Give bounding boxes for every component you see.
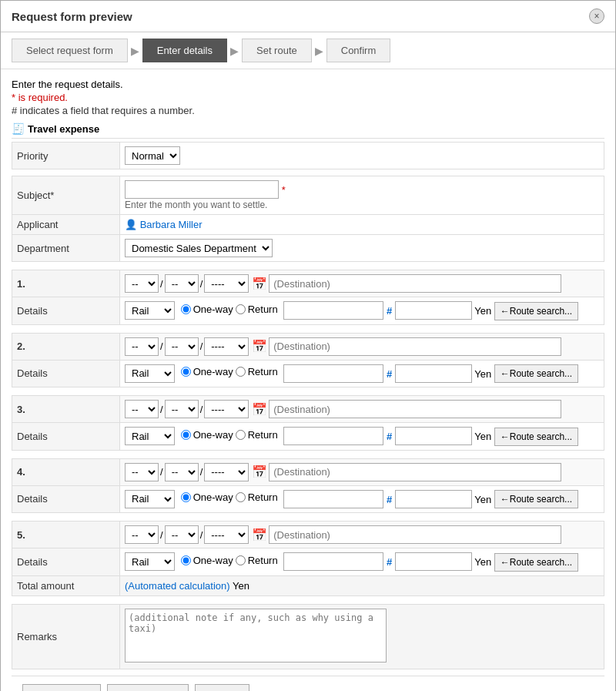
cancel-button[interactable]: Cancel xyxy=(195,684,249,692)
amount-input-3[interactable] xyxy=(395,427,472,445)
instructions: Enter the request details. * is required… xyxy=(12,79,604,116)
remarks-label: Remarks xyxy=(12,604,120,669)
details-row-1: Details RailBusTaxiAirplaneOther One-way… xyxy=(12,297,604,325)
amount-input-2[interactable] xyxy=(395,364,472,383)
direction-radio-group-2: One-way Return xyxy=(181,366,278,377)
save-draft-button[interactable]: Save as draft xyxy=(107,684,189,692)
row2-calendar-icon[interactable]: 📅 xyxy=(252,339,267,354)
row2-date-selects: -- / -- / ---- 📅 xyxy=(125,337,599,356)
applicant-row: Applicant 👤 Barbara Miller xyxy=(12,215,604,235)
applicant-value-cell: 👤 Barbara Miller xyxy=(120,215,604,235)
close-button[interactable]: × xyxy=(589,8,604,24)
route-input-5[interactable] xyxy=(283,552,383,571)
row4-label: 4. xyxy=(12,458,120,485)
row5-calendar-icon[interactable]: 📅 xyxy=(252,528,267,542)
route-input-1[interactable] xyxy=(283,301,383,320)
wizard-step-enter-details[interactable]: Enter details xyxy=(142,39,227,62)
oneway-radio-1[interactable] xyxy=(181,304,191,314)
department-value-cell: Domestic Sales Department International … xyxy=(120,235,604,262)
return-label-5: Return xyxy=(248,555,278,566)
subject-input[interactable] xyxy=(125,180,279,199)
row3-month-select[interactable]: -- xyxy=(125,400,159,418)
spacer-5 xyxy=(12,513,604,522)
row4-calendar-icon[interactable]: 📅 xyxy=(252,465,267,479)
applicant-link[interactable]: Barbara Miller xyxy=(140,219,203,230)
spacer-4 xyxy=(12,450,604,458)
remarks-textarea[interactable] xyxy=(125,609,387,662)
route-search-btn-2[interactable]: ←Route search... xyxy=(494,364,578,383)
row1-year-select[interactable]: ---- xyxy=(204,274,249,293)
amount-input-1[interactable] xyxy=(395,301,472,320)
transport-select-1[interactable]: RailBusTaxiAirplaneOther xyxy=(125,301,175,320)
priority-select[interactable]: Normal High Low xyxy=(125,146,180,165)
row3-destination-input[interactable] xyxy=(269,400,561,418)
priority-row: Priority Normal High Low xyxy=(12,143,604,169)
row3-calendar-icon[interactable]: 📅 xyxy=(252,402,267,417)
return-radio-2[interactable] xyxy=(236,367,246,377)
details-value-4: RailBusTaxiAirplaneOther One-way Return … xyxy=(120,485,604,513)
transport-select-5[interactable]: RailBusTaxiAirplaneOther xyxy=(125,552,175,571)
oneway-radio-2[interactable] xyxy=(181,367,191,377)
oneway-radio-4[interactable] xyxy=(181,492,191,502)
row1-day-select[interactable]: -- xyxy=(165,274,199,293)
row5-day-select[interactable]: -- xyxy=(165,525,199,544)
travel-row-3: 3. -- / -- / ---- 📅 xyxy=(12,396,604,423)
route-search-btn-4[interactable]: ←Route search... xyxy=(494,490,578,508)
return-radio-1[interactable] xyxy=(236,304,246,314)
details-label-3: Details xyxy=(12,423,120,451)
row4-day-select[interactable]: -- xyxy=(165,463,199,481)
route-input-2[interactable] xyxy=(283,364,383,383)
row2-year-select[interactable]: ---- xyxy=(204,337,249,356)
row1-label: 1. xyxy=(12,270,120,297)
return-radio-4[interactable] xyxy=(236,492,246,502)
row1-destination-input[interactable] xyxy=(269,274,561,293)
amount-input-4[interactable] xyxy=(395,490,472,508)
dialog-title: Request form preview xyxy=(12,10,132,23)
subject-label: Subject* xyxy=(12,176,120,215)
wizard-step-set-route[interactable]: Set route xyxy=(242,39,312,62)
footer-buttons: Set route >> Save as draft Cancel xyxy=(12,676,604,692)
row5-month-select[interactable]: -- xyxy=(125,525,159,544)
route-input-3[interactable] xyxy=(283,427,383,445)
details-value-3: RailBusTaxiAirplaneOther One-way Return … xyxy=(120,423,604,451)
row3-label: 3. xyxy=(12,396,120,423)
oneway-label-2: One-way xyxy=(193,366,233,377)
wizard-step-confirm[interactable]: Confirm xyxy=(326,39,391,62)
row4-year-select[interactable]: ---- xyxy=(204,463,249,481)
transport-select-3[interactable]: RailBusTaxiAirplaneOther xyxy=(125,427,175,445)
row3-year-select[interactable]: ---- xyxy=(204,400,249,418)
transport-select-2[interactable]: RailBusTaxiAirplaneOther xyxy=(125,364,175,383)
amount-input-5[interactable] xyxy=(395,552,472,571)
details-value-1: RailBusTaxiAirplaneOther One-way Return … xyxy=(120,297,604,325)
route-search-btn-1[interactable]: ←Route search... xyxy=(494,302,578,320)
row1-calendar-icon[interactable]: 📅 xyxy=(252,277,267,291)
department-select[interactable]: Domestic Sales Department International … xyxy=(125,239,273,257)
content-area: Enter the request details. * is required… xyxy=(1,69,615,691)
row2-month-select[interactable]: -- xyxy=(125,337,159,356)
row3-day-select[interactable]: -- xyxy=(165,400,199,418)
row2-label: 2. xyxy=(12,333,120,360)
transport-select-4[interactable]: RailBusTaxiAirplaneOther xyxy=(125,490,175,508)
return-radio-3[interactable] xyxy=(236,430,246,440)
row4-destination-input[interactable] xyxy=(269,463,561,481)
route-input-4[interactable] xyxy=(283,490,383,508)
row2-day-select[interactable]: -- xyxy=(165,337,199,356)
row5-year-select[interactable]: ---- xyxy=(204,525,249,544)
oneway-radio-5[interactable] xyxy=(181,555,191,565)
oneway-radio-3[interactable] xyxy=(181,430,191,440)
row5-destination-input[interactable] xyxy=(269,525,561,544)
set-route-button[interactable]: Set route >> xyxy=(22,684,101,692)
return-radio-5[interactable] xyxy=(236,555,246,565)
oneway-label-3: One-way xyxy=(193,429,233,441)
priority-table: Priority Normal High Low xyxy=(12,142,604,169)
row4-month-select[interactable]: -- xyxy=(125,463,159,481)
wizard-arrow-1: ▶ xyxy=(128,45,142,57)
details-value-2: RailBusTaxiAirplaneOther One-way Return … xyxy=(120,360,604,387)
row1-month-select[interactable]: -- xyxy=(125,274,159,293)
main-form-table: Subject* * Enter the month you want to s… xyxy=(12,176,604,669)
row2-destination-input[interactable] xyxy=(269,337,561,356)
route-search-btn-3[interactable]: ←Route search... xyxy=(494,428,578,446)
route-search-btn-5[interactable]: ←Route search... xyxy=(494,553,578,572)
remarks-value-cell xyxy=(120,604,604,669)
wizard-step-select-form[interactable]: Select request form xyxy=(12,39,128,62)
